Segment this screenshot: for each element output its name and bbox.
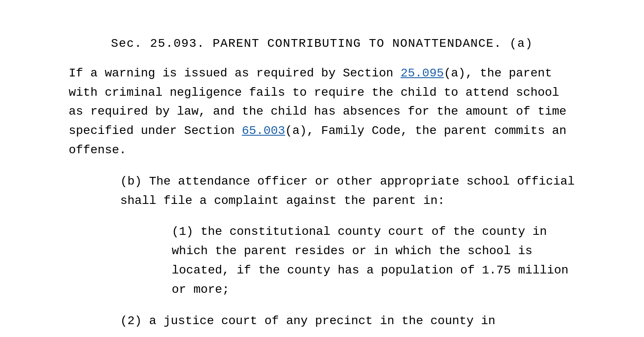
paragraph-a: If a warning is issued as required by Se… — [69, 64, 575, 160]
section-header: Sec. 25.093. PARENT CONTRIBUTING TO NONA… — [69, 34, 575, 54]
item-1-text: the constitutional county court of the c… — [172, 225, 568, 296]
subsection-b-label: (b) — [120, 175, 142, 188]
item-2: (2) a justice court of any precinct in t… — [69, 312, 575, 331]
paragraph-b: (b) The attendance officer or other appr… — [69, 172, 575, 211]
paragraph-b-text: The attendance officer or other appropri… — [120, 175, 575, 207]
item-2-label: (2) — [120, 314, 142, 328]
link-65003[interactable]: 65.003 — [242, 124, 285, 137]
item-2-text: a justice court of any precinct in the c… — [142, 314, 495, 328]
header-text: Sec. 25.093. PARENT CONTRIBUTING TO NONA… — [111, 37, 533, 50]
item-1: (1) the constitutional county court of t… — [69, 222, 575, 299]
para-a-text-1: If a warning is issued as required by Se… — [69, 67, 401, 80]
link-25095[interactable]: 25.095 — [401, 67, 444, 80]
item-1-label: (1) — [172, 225, 193, 238]
